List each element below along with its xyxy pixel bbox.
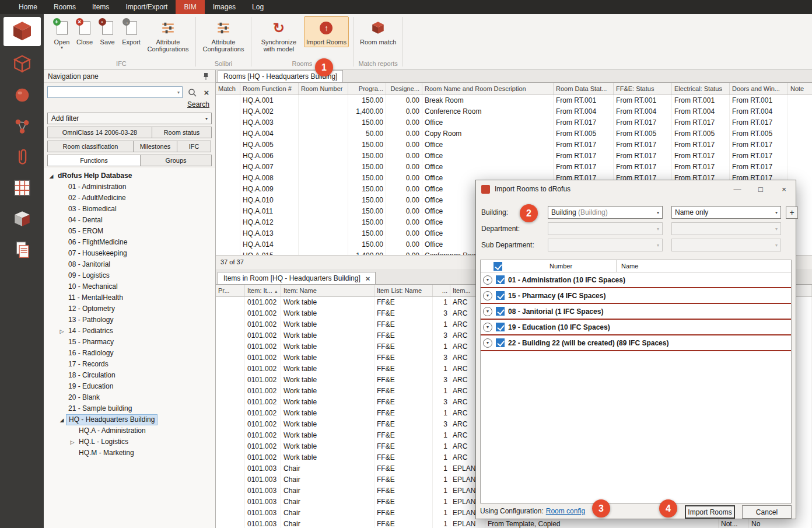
tab-ifc[interactable]: IFC [177, 141, 211, 152]
tree-item-03-biomedical[interactable]: 03 - Biomedical [44, 204, 215, 215]
import-group-row-22-building-22-will-be-c[interactable]: ▼22 - Building 22 (will be created) (89 … [481, 335, 791, 351]
minimize-button[interactable]: — [726, 180, 749, 198]
tree-item-21-sample-building[interactable]: 21 - Sample building [44, 403, 215, 414]
chevron-down-icon[interactable]: ▼ [483, 275, 492, 285]
chevron-down-icon[interactable]: ▼ [483, 323, 492, 332]
tree-item-01-administration[interactable]: 01 - Administration [44, 181, 215, 193]
room-layout-button[interactable] [8, 175, 36, 201]
tab-groups[interactable]: Groups [140, 155, 212, 166]
pin-icon[interactable] [201, 71, 211, 82]
chevron-down-icon[interactable]: ▼ [483, 338, 492, 348]
cancel-button[interactable]: Cancel [742, 505, 792, 519]
building-select[interactable]: Building (Building) ▾ [548, 206, 663, 219]
collapsed-icon[interactable]: ▷ [58, 328, 66, 334]
tree-item-04-dental[interactable]: 04 - Dental [44, 215, 215, 226]
column-header-name[interactable]: Name [617, 263, 791, 270]
table-row[interactable]: HQ.A.003150.000.00OfficeFrom RT.017From … [216, 117, 812, 128]
group-checkbox[interactable] [496, 323, 505, 331]
search-icon[interactable] [187, 87, 197, 97]
group-checkbox[interactable] [496, 275, 505, 284]
tab-milestones[interactable]: Milestones [133, 141, 177, 152]
attribute-configurations-ifc-button[interactable]: Attribute Configurations [145, 16, 191, 54]
table-row[interactable]: HQ.A.00450.000.00Copy RoomFrom RT.005Fro… [216, 128, 812, 139]
synchronize-with-model-button[interactable]: ↻ Synchronize with model [256, 16, 302, 54]
maximize-button[interactable]: □ [749, 180, 772, 198]
column-header-room-number[interactable]: Room Number [299, 83, 348, 95]
column-header-room-name-and-room-description[interactable]: Room Name and Room Description [422, 83, 554, 95]
name-mode-select[interactable]: Name only ▾ [671, 206, 781, 219]
table-row[interactable]: HQ.A.006150.000.00OfficeFrom RT.017From … [216, 151, 812, 162]
table-row[interactable]: HQ.A.005150.000.00OfficeFrom RT.017From … [216, 139, 812, 151]
attachments-button[interactable] [8, 144, 36, 170]
tree-item-10-mechanical[interactable]: 10 - Mechanical [44, 281, 215, 292]
tree-item-16-radiology[interactable]: 16 - Radiology [44, 348, 215, 359]
chevron-down-icon[interactable]: ▼ [483, 307, 492, 316]
column-header-item-it[interactable]: Item: It... ▲ [245, 285, 281, 296]
reports-button[interactable] [8, 237, 36, 263]
select-all-checkbox[interactable] [494, 262, 502, 271]
package-button[interactable] [8, 206, 36, 232]
tree-item-17-records[interactable]: 17 - Records [44, 359, 215, 370]
tree-item-18-circulation[interactable]: 18 - Circulation [44, 370, 215, 381]
column-header-match[interactable]: Match [216, 83, 240, 95]
tree-item-19-education[interactable]: 19 - Education [44, 381, 215, 392]
table-row[interactable]: HQ.A.007150.000.00OfficeFrom RT.017From … [216, 162, 812, 173]
table-row[interactable]: HQ.A.001150.000.00Break RoomFrom RT.001F… [216, 95, 812, 106]
tree-item-05-erom[interactable]: 05 - EROM [44, 226, 215, 237]
dialog-titlebar[interactable]: Import Rooms to dRofus — □ × [476, 180, 796, 198]
column-header-item-list-name[interactable]: Item List: Name [374, 285, 433, 296]
open-button[interactable]: + Open ▾ [51, 16, 72, 52]
import-group-row-15-pharmacy-4-ifc-spaces[interactable]: ▼15 - Pharmacy (4 IFC Spaces) [481, 288, 791, 304]
export-button[interactable]: → Export [120, 16, 143, 47]
column-header-item-name[interactable]: Item: Name [281, 285, 374, 296]
tree-item-11-mentalhealth[interactable]: 11 - MentalHealth [44, 292, 215, 303]
tree-item-08-janitorial[interactable]: 08 - Janitorial [44, 259, 215, 270]
chevron-down-icon[interactable]: ▼ [483, 291, 492, 300]
bim-models-button[interactable] [4, 17, 41, 46]
tree-item-02-adultmedicine[interactable]: 02 - AdultMedicine [44, 193, 215, 204]
tree-item-hq-headquarters-building[interactable]: ◢HQ - Headquarters Building [44, 414, 215, 425]
import-group-row-01-administration-10-ifc[interactable]: ▼01 - Administration (10 IFC Spaces) [481, 272, 791, 288]
clear-search-icon[interactable]: × [201, 87, 212, 97]
table-row[interactable]: 0101.003ChairFF&E1EPLANFrom Template, Co… [216, 519, 812, 528]
column-header-designe[interactable]: Designe... [386, 83, 422, 95]
tree-item-13-pathology[interactable]: 13 - Pathology [44, 314, 215, 326]
tab-functions[interactable]: Functions [47, 155, 141, 166]
search-link[interactable]: Search [44, 98, 215, 109]
close-tab-icon[interactable]: × [366, 274, 370, 283]
close-button[interactable]: × [772, 180, 796, 198]
column-header-note[interactable]: Note [788, 83, 812, 95]
add-building-button[interactable]: + [786, 207, 798, 219]
column-header-col-4[interactable]: ... [433, 285, 450, 296]
menu-rooms[interactable]: Rooms [46, 0, 84, 14]
group-checkbox[interactable] [496, 307, 505, 316]
column-header-room-function[interactable]: Room Function # [240, 83, 299, 95]
menu-home[interactable]: Home [10, 0, 46, 14]
sphere-tool-button[interactable] [8, 82, 36, 108]
import-group-row-08-janitorial-1-ifc-spac[interactable]: ▼08 - Janitorial (1 IFC Spaces) [481, 304, 791, 320]
column-header-number[interactable]: Number [506, 260, 617, 272]
menu-bim[interactable]: BIM [176, 0, 204, 14]
relations-button[interactable] [8, 113, 36, 139]
menu-import-export[interactable]: Import/Export [117, 0, 176, 14]
close-button[interactable]: × Close [74, 16, 95, 47]
tree-item-hq-l-logistics[interactable]: ▷HQ.L - Logistics [44, 436, 215, 447]
tab-room-status[interactable]: Room status [152, 127, 212, 138]
expanded-icon[interactable]: ◢ [58, 417, 66, 423]
column-header-room-data-stat[interactable]: Room Data Stat... [554, 83, 614, 95]
column-header-pr[interactable]: Pr... [216, 285, 245, 296]
tree-item-15-pharmacy[interactable]: 15 - Pharmacy [44, 337, 215, 348]
tree-item-hq-m-marketing[interactable]: HQ.M - Marketing [44, 447, 215, 459]
import-rooms-button[interactable]: Import Rooms [685, 505, 735, 519]
group-checkbox[interactable] [496, 291, 505, 300]
attribute-configurations-solibri-button[interactable]: Attribute Configurations [200, 16, 247, 54]
room-match-button[interactable]: Room match [358, 16, 398, 47]
menu-log[interactable]: Log [244, 0, 272, 14]
tree-item-drofus-help-database[interactable]: ◢dRofus Help Database [44, 170, 215, 181]
room-config-link[interactable]: Room config [546, 507, 585, 515]
save-button[interactable]: ▪ Save [97, 16, 118, 47]
menu-items[interactable]: Items [84, 0, 117, 14]
group-checkbox[interactable] [496, 338, 505, 347]
search-input[interactable]: ▾ [47, 86, 183, 98]
expanded-icon[interactable]: ◢ [47, 173, 55, 179]
